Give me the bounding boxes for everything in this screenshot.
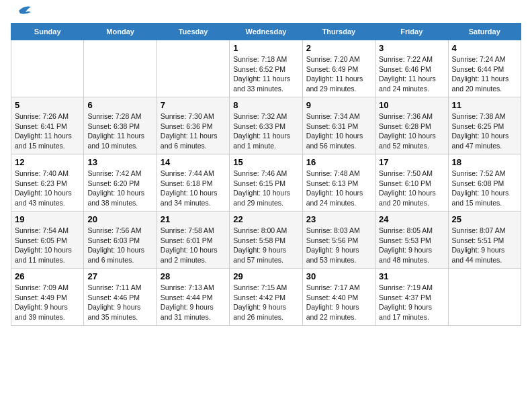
date-number: 1 xyxy=(233,43,298,53)
calendar-cell xyxy=(84,40,157,97)
cell-daylight-info: Sunrise: 7:26 AM Sunset: 6:41 PM Dayligh… xyxy=(15,111,80,151)
date-number: 24 xyxy=(379,214,444,224)
date-number: 15 xyxy=(233,157,298,167)
cell-daylight-info: Sunrise: 7:54 AM Sunset: 6:05 PM Dayligh… xyxy=(15,226,80,265)
date-number: 2 xyxy=(306,43,371,53)
calendar-cell: 16Sunrise: 7:48 AM Sunset: 6:13 PM Dayli… xyxy=(302,154,375,212)
cell-daylight-info: Sunrise: 7:36 AM Sunset: 6:28 PM Dayligh… xyxy=(379,111,444,151)
date-number: 26 xyxy=(15,271,80,281)
date-number: 22 xyxy=(233,214,298,224)
cell-daylight-info: Sunrise: 7:58 AM Sunset: 6:01 PM Dayligh… xyxy=(161,226,226,265)
calendar-cell: 7Sunrise: 7:30 AM Sunset: 6:36 PM Daylig… xyxy=(157,97,229,154)
calendar-cell: 29Sunrise: 7:15 AM Sunset: 4:42 PM Dayli… xyxy=(230,269,302,326)
date-number: 27 xyxy=(87,271,152,281)
cell-daylight-info: Sunrise: 7:46 AM Sunset: 6:15 PM Dayligh… xyxy=(233,169,298,208)
calendar-cell: 18Sunrise: 7:52 AM Sunset: 6:08 PM Dayli… xyxy=(448,154,521,212)
date-number: 6 xyxy=(87,100,152,110)
date-number: 21 xyxy=(161,214,226,224)
logo xyxy=(11,11,32,17)
date-number: 19 xyxy=(15,214,80,224)
date-number: 25 xyxy=(452,214,517,224)
day-header-wednesday: Wednesday xyxy=(230,24,302,40)
cell-daylight-info: Sunrise: 7:34 AM Sunset: 6:31 PM Dayligh… xyxy=(306,111,371,151)
calendar-cell: 15Sunrise: 7:46 AM Sunset: 6:15 PM Dayli… xyxy=(230,154,302,212)
calendar-cell: 10Sunrise: 7:36 AM Sunset: 6:28 PM Dayli… xyxy=(375,97,448,154)
calendar-cell: 4Sunrise: 7:24 AM Sunset: 6:44 PM Daylig… xyxy=(448,40,521,97)
calendar-cell: 28Sunrise: 7:13 AM Sunset: 4:44 PM Dayli… xyxy=(157,269,229,326)
calendar-cell: 22Sunrise: 8:00 AM Sunset: 5:58 PM Dayli… xyxy=(230,212,302,269)
date-number: 8 xyxy=(233,100,298,110)
cell-daylight-info: Sunrise: 7:32 AM Sunset: 6:33 PM Dayligh… xyxy=(233,111,298,151)
calendar-cell: 14Sunrise: 7:44 AM Sunset: 6:18 PM Dayli… xyxy=(157,154,229,212)
date-number: 5 xyxy=(15,100,80,110)
cell-daylight-info: Sunrise: 8:05 AM Sunset: 5:53 PM Dayligh… xyxy=(379,226,444,265)
cell-daylight-info: Sunrise: 7:15 AM Sunset: 4:42 PM Dayligh… xyxy=(233,283,298,322)
cell-daylight-info: Sunrise: 7:48 AM Sunset: 6:13 PM Dayligh… xyxy=(306,169,371,208)
date-number: 23 xyxy=(306,214,371,224)
cell-daylight-info: Sunrise: 7:20 AM Sunset: 6:49 PM Dayligh… xyxy=(306,54,371,94)
date-number: 7 xyxy=(161,100,226,110)
day-header-tuesday: Tuesday xyxy=(157,24,229,40)
cell-daylight-info: Sunrise: 7:24 AM Sunset: 6:44 PM Dayligh… xyxy=(452,54,517,94)
date-number: 20 xyxy=(87,214,152,224)
cell-daylight-info: Sunrise: 7:22 AM Sunset: 6:46 PM Dayligh… xyxy=(379,54,444,94)
date-number: 11 xyxy=(452,100,517,110)
cell-daylight-info: Sunrise: 7:38 AM Sunset: 6:25 PM Dayligh… xyxy=(452,111,517,151)
date-number: 17 xyxy=(379,157,444,167)
cell-daylight-info: Sunrise: 7:56 AM Sunset: 6:03 PM Dayligh… xyxy=(87,226,152,265)
date-number: 18 xyxy=(452,157,517,167)
logo-bird-icon xyxy=(12,4,32,17)
calendar-cell: 2Sunrise: 7:20 AM Sunset: 6:49 PM Daylig… xyxy=(302,40,375,97)
cell-daylight-info: Sunrise: 7:44 AM Sunset: 6:18 PM Dayligh… xyxy=(161,169,226,208)
date-number: 31 xyxy=(379,271,444,281)
page-header xyxy=(11,11,521,17)
cell-daylight-info: Sunrise: 7:28 AM Sunset: 6:38 PM Dayligh… xyxy=(87,111,152,151)
cell-daylight-info: Sunrise: 7:18 AM Sunset: 6:52 PM Dayligh… xyxy=(233,54,298,94)
calendar-cell: 1Sunrise: 7:18 AM Sunset: 6:52 PM Daylig… xyxy=(230,40,302,97)
calendar-cell: 21Sunrise: 7:58 AM Sunset: 6:01 PM Dayli… xyxy=(157,212,229,269)
calendar-cell: 19Sunrise: 7:54 AM Sunset: 6:05 PM Dayli… xyxy=(11,212,84,269)
calendar-cell: 17Sunrise: 7:50 AM Sunset: 6:10 PM Dayli… xyxy=(375,154,448,212)
day-header-monday: Monday xyxy=(84,24,157,40)
cell-daylight-info: Sunrise: 7:30 AM Sunset: 6:36 PM Dayligh… xyxy=(161,111,226,151)
date-number: 16 xyxy=(306,157,371,167)
cell-daylight-info: Sunrise: 7:52 AM Sunset: 6:08 PM Dayligh… xyxy=(452,169,517,208)
date-number: 4 xyxy=(452,43,517,53)
date-number: 9 xyxy=(306,100,371,110)
calendar-cell: 26Sunrise: 7:09 AM Sunset: 4:49 PM Dayli… xyxy=(11,269,84,326)
calendar-cell: 5Sunrise: 7:26 AM Sunset: 6:41 PM Daylig… xyxy=(11,97,84,154)
cell-daylight-info: Sunrise: 7:40 AM Sunset: 6:23 PM Dayligh… xyxy=(15,169,80,208)
calendar-table: SundayMondayTuesdayWednesdayThursdayFrid… xyxy=(11,23,521,326)
calendar-cell: 13Sunrise: 7:42 AM Sunset: 6:20 PM Dayli… xyxy=(84,154,157,212)
calendar-cell: 6Sunrise: 7:28 AM Sunset: 6:38 PM Daylig… xyxy=(84,97,157,154)
calendar-cell: 24Sunrise: 8:05 AM Sunset: 5:53 PM Dayli… xyxy=(375,212,448,269)
day-header-friday: Friday xyxy=(375,24,448,40)
calendar-cell: 31Sunrise: 7:19 AM Sunset: 4:37 PM Dayli… xyxy=(375,269,448,326)
calendar-cell xyxy=(157,40,229,97)
cell-daylight-info: Sunrise: 7:09 AM Sunset: 4:49 PM Dayligh… xyxy=(15,283,80,322)
cell-daylight-info: Sunrise: 8:03 AM Sunset: 5:56 PM Dayligh… xyxy=(306,226,371,265)
calendar-cell: 20Sunrise: 7:56 AM Sunset: 6:03 PM Dayli… xyxy=(84,212,157,269)
cell-daylight-info: Sunrise: 7:50 AM Sunset: 6:10 PM Dayligh… xyxy=(379,169,444,208)
day-header-saturday: Saturday xyxy=(448,24,521,40)
calendar-cell: 11Sunrise: 7:38 AM Sunset: 6:25 PM Dayli… xyxy=(448,97,521,154)
calendar-cell: 23Sunrise: 8:03 AM Sunset: 5:56 PM Dayli… xyxy=(302,212,375,269)
date-number: 29 xyxy=(233,271,298,281)
cell-daylight-info: Sunrise: 8:00 AM Sunset: 5:58 PM Dayligh… xyxy=(233,226,298,265)
calendar-cell: 27Sunrise: 7:11 AM Sunset: 4:46 PM Dayli… xyxy=(84,269,157,326)
cell-daylight-info: Sunrise: 7:42 AM Sunset: 6:20 PM Dayligh… xyxy=(87,169,152,208)
cell-daylight-info: Sunrise: 7:19 AM Sunset: 4:37 PM Dayligh… xyxy=(379,283,444,322)
day-header-thursday: Thursday xyxy=(302,24,375,40)
date-number: 10 xyxy=(379,100,444,110)
calendar-cell: 8Sunrise: 7:32 AM Sunset: 6:33 PM Daylig… xyxy=(230,97,302,154)
date-number: 3 xyxy=(379,43,444,53)
calendar-cell: 12Sunrise: 7:40 AM Sunset: 6:23 PM Dayli… xyxy=(11,154,84,212)
cell-daylight-info: Sunrise: 8:07 AM Sunset: 5:51 PM Dayligh… xyxy=(452,226,517,265)
date-number: 14 xyxy=(161,157,226,167)
calendar-cell: 9Sunrise: 7:34 AM Sunset: 6:31 PM Daylig… xyxy=(302,97,375,154)
date-number: 30 xyxy=(306,271,371,281)
cell-daylight-info: Sunrise: 7:17 AM Sunset: 4:40 PM Dayligh… xyxy=(306,283,371,322)
date-number: 13 xyxy=(87,157,152,167)
calendar-cell: 3Sunrise: 7:22 AM Sunset: 6:46 PM Daylig… xyxy=(375,40,448,97)
day-header-sunday: Sunday xyxy=(11,24,84,40)
